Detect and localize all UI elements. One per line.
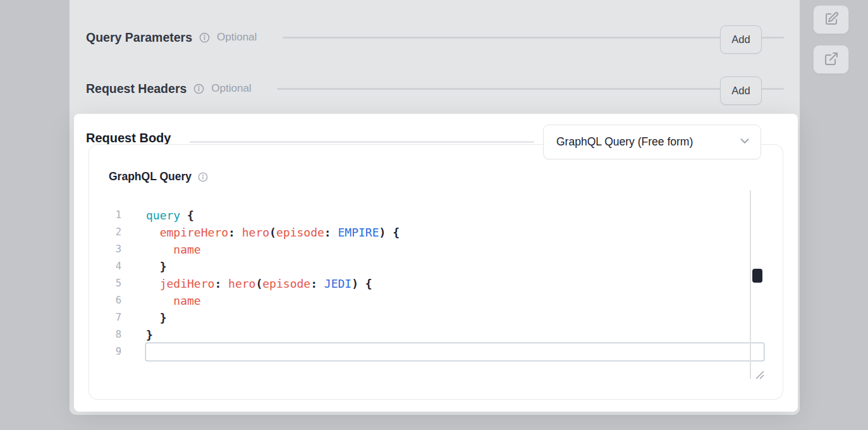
request-body-section: Request Body GraphQL Query 123456789 que… (74, 114, 798, 412)
request-body-title: Request Body (86, 131, 171, 145)
code-line[interactable]: } (146, 258, 764, 275)
code-content[interactable]: query { empireHero: hero(episode: EMPIRE… (146, 207, 764, 360)
app-screen: Query Parameters Optional Add Request He… (0, 0, 868, 430)
code-line[interactable]: name (146, 292, 764, 309)
graphql-query-label-row: GraphQL Query (109, 170, 208, 183)
line-number: 4 (89, 258, 121, 275)
line-number: 8 (89, 326, 121, 343)
chevron-down-icon (738, 134, 752, 150)
line-number: 7 (89, 309, 121, 326)
editor-scrollbar-track (750, 190, 751, 379)
line-number-gutter: 123456789 (89, 207, 121, 360)
code-line[interactable] (146, 343, 764, 360)
graphql-editor-panel: GraphQL Query 123456789 query { empireHe… (89, 144, 783, 400)
code-line[interactable]: } (146, 309, 764, 326)
line-number: 6 (89, 292, 121, 309)
resize-grip-icon[interactable] (755, 371, 764, 379)
line-number: 3 (89, 241, 121, 258)
code-line[interactable]: } (146, 326, 764, 343)
line-number: 9 (89, 343, 121, 360)
code-line[interactable]: empireHero: hero(episode: EMPIRE) { (146, 224, 764, 241)
body-type-value: GraphQL Query (Free form) (556, 135, 693, 149)
code-line[interactable]: jediHero: hero(episode: JEDI) { (146, 275, 764, 292)
info-icon[interactable] (198, 172, 208, 182)
code-line[interactable]: query { (146, 207, 764, 224)
request-body-divider (190, 141, 534, 143)
graphql-query-label: GraphQL Query (109, 170, 192, 183)
code-line[interactable]: name (146, 241, 764, 258)
graphql-code-editor[interactable]: 123456789 query { empireHero: hero(episo… (89, 190, 764, 379)
line-number: 5 (89, 275, 121, 292)
line-number: 2 (89, 224, 121, 241)
editor-scrollbar-thumb[interactable] (752, 269, 762, 283)
body-type-select[interactable]: GraphQL Query (Free form) (543, 125, 761, 159)
line-number: 1 (89, 207, 121, 224)
